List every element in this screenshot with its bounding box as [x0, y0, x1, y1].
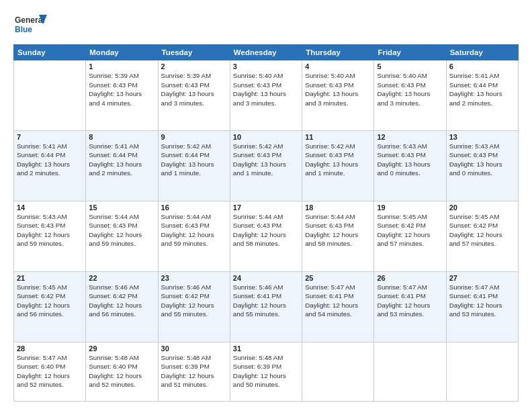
calendar-cell: 10Sunrise: 5:42 AMSunset: 6:43 PMDayligh…	[230, 130, 302, 201]
calendar-cell: 16Sunrise: 5:44 AMSunset: 6:43 PMDayligh…	[158, 201, 230, 271]
day-number: 20	[449, 203, 515, 212]
calendar-cell: 24Sunrise: 5:46 AMSunset: 6:41 PMDayligh…	[230, 271, 302, 342]
day-info: Sunrise: 5:40 AMSunset: 6:43 PMDaylight:…	[305, 71, 371, 107]
calendar-cell	[446, 342, 518, 401]
day-number: 16	[161, 203, 227, 212]
day-info: Sunrise: 5:45 AMSunset: 6:42 PMDaylight:…	[17, 283, 83, 319]
day-number: 24	[233, 274, 299, 282]
day-number: 3	[233, 62, 299, 71]
day-number: 26	[377, 274, 443, 282]
day-number: 12	[377, 133, 443, 141]
calendar-cell: 14Sunrise: 5:43 AMSunset: 6:43 PMDayligh…	[14, 201, 86, 271]
day-info: Sunrise: 5:40 AMSunset: 6:43 PMDaylight:…	[233, 71, 299, 107]
calendar-cell: 11Sunrise: 5:42 AMSunset: 6:43 PMDayligh…	[302, 130, 374, 201]
calendar-day-header: Friday	[374, 45, 446, 60]
calendar-cell: 27Sunrise: 5:47 AMSunset: 6:41 PMDayligh…	[446, 271, 518, 342]
svg-text:Blue: Blue	[15, 25, 32, 34]
day-info: Sunrise: 5:43 AMSunset: 6:43 PMDaylight:…	[17, 212, 83, 248]
calendar-cell: 28Sunrise: 5:47 AMSunset: 6:40 PMDayligh…	[14, 342, 86, 401]
calendar-day-header: Sunday	[14, 45, 86, 60]
day-number: 1	[89, 62, 154, 71]
day-number: 15	[89, 203, 154, 212]
calendar-cell: 30Sunrise: 5:48 AMSunset: 6:39 PMDayligh…	[158, 342, 230, 401]
calendar-cell	[374, 342, 446, 401]
day-info: Sunrise: 5:45 AMSunset: 6:42 PMDaylight:…	[377, 212, 443, 248]
day-info: Sunrise: 5:39 AMSunset: 6:43 PMDaylight:…	[161, 71, 227, 107]
calendar-cell: 15Sunrise: 5:44 AMSunset: 6:43 PMDayligh…	[86, 201, 158, 271]
day-info: Sunrise: 5:44 AMSunset: 6:43 PMDaylight:…	[233, 212, 299, 248]
calendar-cell: 5Sunrise: 5:40 AMSunset: 6:43 PMDaylight…	[374, 60, 446, 131]
day-number: 10	[233, 133, 299, 141]
calendar-cell: 2Sunrise: 5:39 AMSunset: 6:43 PMDaylight…	[158, 60, 230, 131]
day-info: Sunrise: 5:44 AMSunset: 6:43 PMDaylight:…	[89, 212, 154, 248]
calendar-cell: 12Sunrise: 5:43 AMSunset: 6:43 PMDayligh…	[374, 130, 446, 201]
day-number: 4	[305, 62, 371, 71]
day-info: Sunrise: 5:42 AMSunset: 6:43 PMDaylight:…	[305, 142, 371, 178]
calendar-cell: 29Sunrise: 5:48 AMSunset: 6:40 PMDayligh…	[86, 342, 158, 401]
day-info: Sunrise: 5:44 AMSunset: 6:43 PMDaylight:…	[305, 212, 371, 248]
day-number: 7	[17, 133, 83, 141]
day-info: Sunrise: 5:44 AMSunset: 6:43 PMDaylight:…	[161, 212, 227, 248]
calendar-cell: 26Sunrise: 5:47 AMSunset: 6:41 PMDayligh…	[374, 271, 446, 342]
day-number: 13	[449, 133, 515, 141]
day-info: Sunrise: 5:46 AMSunset: 6:42 PMDaylight:…	[89, 283, 154, 319]
calendar-cell: 23Sunrise: 5:46 AMSunset: 6:42 PMDayligh…	[158, 271, 230, 342]
calendar-cell: 6Sunrise: 5:41 AMSunset: 6:44 PMDaylight…	[446, 60, 518, 131]
day-number: 30	[161, 345, 227, 353]
calendar-day-header: Monday	[86, 45, 158, 60]
day-number: 18	[305, 203, 371, 212]
calendar-cell: 21Sunrise: 5:45 AMSunset: 6:42 PMDayligh…	[14, 271, 86, 342]
day-number: 6	[449, 62, 515, 71]
day-info: Sunrise: 5:39 AMSunset: 6:43 PMDaylight:…	[89, 71, 154, 107]
calendar-cell: 20Sunrise: 5:45 AMSunset: 6:42 PMDayligh…	[446, 201, 518, 271]
day-number: 14	[17, 203, 83, 212]
calendar-cell: 18Sunrise: 5:44 AMSunset: 6:43 PMDayligh…	[302, 201, 374, 271]
day-number: 9	[161, 133, 227, 141]
day-info: Sunrise: 5:41 AMSunset: 6:44 PMDaylight:…	[89, 142, 154, 178]
day-info: Sunrise: 5:45 AMSunset: 6:42 PMDaylight:…	[449, 212, 515, 248]
calendar-cell	[14, 60, 86, 131]
day-info: Sunrise: 5:42 AMSunset: 6:43 PMDaylight:…	[233, 142, 299, 178]
day-info: Sunrise: 5:43 AMSunset: 6:43 PMDaylight:…	[449, 142, 515, 178]
day-number: 25	[305, 274, 371, 282]
day-number: 28	[17, 345, 83, 353]
calendar-cell: 3Sunrise: 5:40 AMSunset: 6:43 PMDaylight…	[230, 60, 302, 131]
calendar-day-header: Tuesday	[158, 45, 230, 60]
day-number: 27	[449, 274, 515, 282]
day-number: 22	[89, 274, 154, 282]
header: GeneralBlue	[13, 12, 519, 38]
day-info: Sunrise: 5:47 AMSunset: 6:40 PMDaylight:…	[17, 353, 83, 390]
calendar-day-header: Saturday	[446, 45, 518, 60]
logo-svg: GeneralBlue	[13, 12, 48, 38]
day-number: 2	[161, 62, 227, 71]
calendar-cell: 17Sunrise: 5:44 AMSunset: 6:43 PMDayligh…	[230, 201, 302, 271]
calendar-cell: 1Sunrise: 5:39 AMSunset: 6:43 PMDaylight…	[86, 60, 158, 131]
day-info: Sunrise: 5:47 AMSunset: 6:41 PMDaylight:…	[305, 283, 371, 319]
calendar-cell: 7Sunrise: 5:41 AMSunset: 6:44 PMDaylight…	[14, 130, 86, 201]
day-number: 31	[233, 345, 299, 353]
calendar-cell: 8Sunrise: 5:41 AMSunset: 6:44 PMDaylight…	[86, 130, 158, 201]
day-number: 17	[233, 203, 299, 212]
calendar-day-header: Thursday	[302, 45, 374, 60]
day-info: Sunrise: 5:48 AMSunset: 6:39 PMDaylight:…	[161, 353, 227, 390]
calendar-cell: 13Sunrise: 5:43 AMSunset: 6:43 PMDayligh…	[446, 130, 518, 201]
day-info: Sunrise: 5:47 AMSunset: 6:41 PMDaylight:…	[449, 283, 515, 319]
day-info: Sunrise: 5:40 AMSunset: 6:43 PMDaylight:…	[377, 71, 443, 107]
day-info: Sunrise: 5:42 AMSunset: 6:44 PMDaylight:…	[161, 142, 227, 178]
day-info: Sunrise: 5:48 AMSunset: 6:39 PMDaylight:…	[233, 353, 299, 390]
calendar-cell: 22Sunrise: 5:46 AMSunset: 6:42 PMDayligh…	[86, 271, 158, 342]
day-number: 23	[161, 274, 227, 282]
calendar-cell: 9Sunrise: 5:42 AMSunset: 6:44 PMDaylight…	[158, 130, 230, 201]
day-info: Sunrise: 5:47 AMSunset: 6:41 PMDaylight:…	[377, 283, 443, 319]
calendar-cell	[302, 342, 374, 401]
day-number: 21	[17, 274, 83, 282]
logo: GeneralBlue	[13, 12, 48, 38]
day-number: 29	[89, 345, 154, 353]
calendar-cell: 31Sunrise: 5:48 AMSunset: 6:39 PMDayligh…	[230, 342, 302, 401]
day-info: Sunrise: 5:41 AMSunset: 6:44 PMDaylight:…	[449, 71, 515, 107]
calendar-day-header: Wednesday	[230, 45, 302, 60]
day-number: 19	[377, 203, 443, 212]
day-info: Sunrise: 5:43 AMSunset: 6:43 PMDaylight:…	[377, 142, 443, 178]
calendar-table: SundayMondayTuesdayWednesdayThursdayFrid…	[13, 44, 519, 402]
day-info: Sunrise: 5:46 AMSunset: 6:42 PMDaylight:…	[161, 283, 227, 319]
